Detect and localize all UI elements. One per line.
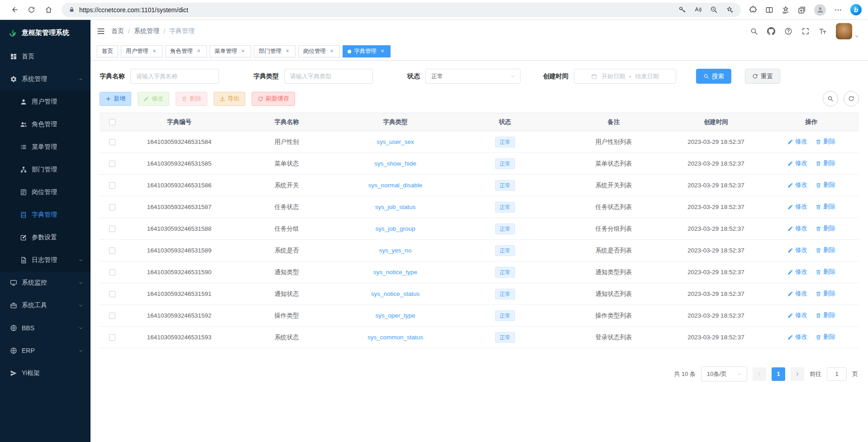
- tab-close-icon[interactable]: ×: [151, 48, 157, 55]
- view-tab[interactable]: 首页: [97, 45, 118, 57]
- sidebar-item[interactable]: 日志管理: [0, 249, 91, 271]
- tab-close-icon[interactable]: ×: [329, 48, 335, 55]
- row-delete-link[interactable]: 删除: [816, 268, 835, 276]
- row-edit-link[interactable]: 修改: [787, 311, 807, 319]
- start-date-placeholder[interactable]: 开始日期: [601, 72, 625, 81]
- search-button[interactable]: 搜索: [696, 69, 731, 84]
- delete-button[interactable]: 删除: [176, 92, 207, 106]
- more-icon[interactable]: [834, 6, 842, 14]
- user-menu[interactable]: [836, 23, 859, 39]
- sidebar-item[interactable]: 岗位管理: [0, 181, 91, 204]
- sidebar-toggle-icon[interactable]: [97, 27, 105, 35]
- refresh-cache-button[interactable]: 刷新缓存: [252, 92, 295, 106]
- fullscreen-icon[interactable]: [801, 27, 810, 35]
- row-checkbox[interactable]: [109, 204, 115, 210]
- font-size-icon[interactable]: [819, 27, 827, 35]
- browser-back-button[interactable]: [6, 2, 22, 18]
- sidebar-item[interactable]: 用户管理: [0, 90, 91, 113]
- row-checkbox[interactable]: [109, 313, 115, 319]
- next-page-button[interactable]: [791, 367, 804, 381]
- view-tab[interactable]: 字典管理×: [343, 45, 391, 57]
- breadcrumb-item[interactable]: 系统管理: [134, 27, 159, 35]
- row-edit-link[interactable]: 修改: [787, 159, 807, 167]
- dict-type-link[interactable]: sys_notice_type: [373, 269, 417, 276]
- row-delete-link[interactable]: 删除: [816, 138, 835, 146]
- zoom-out-icon[interactable]: [710, 6, 718, 14]
- dict-type-link[interactable]: sys_user_sex: [377, 138, 414, 145]
- view-tab[interactable]: 用户管理×: [121, 45, 162, 57]
- goto-page-input[interactable]: [827, 367, 847, 381]
- dict-type-link[interactable]: sys_common_status: [367, 334, 423, 341]
- row-edit-link[interactable]: 修改: [787, 203, 807, 211]
- row-delete-link[interactable]: 删除: [816, 203, 835, 211]
- prev-page-button[interactable]: [753, 367, 766, 381]
- sidebar-item[interactable]: ERP: [0, 339, 91, 362]
- view-tab[interactable]: 角色管理×: [165, 45, 207, 57]
- row-delete-link[interactable]: 删除: [816, 224, 835, 233]
- dict-type-link[interactable]: sys_job_status: [375, 204, 415, 210]
- tab-close-icon[interactable]: ×: [284, 48, 291, 55]
- date-range-picker[interactable]: 开始日期 - 结束日期: [574, 69, 676, 84]
- row-checkbox[interactable]: [109, 269, 115, 276]
- sidebar-item[interactable]: 部门管理: [0, 158, 91, 181]
- browser-address-bar[interactable]: https://ccnetcore.com:1101/system/dict: [62, 3, 741, 17]
- read-aloud-icon[interactable]: [694, 6, 702, 14]
- split-screen-icon[interactable]: [765, 6, 773, 14]
- row-delete-link[interactable]: 删除: [816, 333, 835, 341]
- url-text[interactable]: https://ccnetcore.com:1101/system/dict: [79, 6, 674, 14]
- status-select[interactable]: 正常: [425, 69, 520, 84]
- view-tab[interactable]: 岗位管理×: [298, 45, 340, 57]
- dict-name-input[interactable]: [130, 69, 219, 84]
- sidebar-item[interactable]: 参数设置: [0, 226, 91, 249]
- add-favorite-icon[interactable]: [726, 6, 734, 14]
- row-checkbox[interactable]: [109, 247, 115, 254]
- browser-refresh-button[interactable]: [24, 2, 39, 18]
- sidebar-item[interactable]: Yi框架: [0, 362, 91, 385]
- extensions-icon[interactable]: [749, 6, 757, 14]
- tab-close-icon[interactable]: ×: [240, 48, 246, 55]
- sidebar-item[interactable]: 字典管理: [0, 204, 91, 226]
- browser-home-button[interactable]: [41, 2, 56, 18]
- add-button[interactable]: 新增: [100, 92, 131, 106]
- sidebar-item[interactable]: 系统工具: [0, 294, 91, 317]
- sidebar-item[interactable]: 首页: [0, 45, 91, 68]
- row-delete-link[interactable]: 删除: [816, 159, 835, 167]
- sidebar-item[interactable]: 系统监控: [0, 271, 91, 294]
- dict-type-input[interactable]: [284, 69, 373, 84]
- sidebar-item[interactable]: 系统管理: [0, 68, 91, 90]
- collections-icon[interactable]: [798, 6, 806, 14]
- refresh-table-button[interactable]: [844, 91, 859, 106]
- row-delete-link[interactable]: 删除: [816, 290, 835, 298]
- sidebar-item[interactable]: BBS: [0, 317, 91, 339]
- row-edit-link[interactable]: 修改: [787, 246, 807, 254]
- dict-type-link[interactable]: sys_job_group: [376, 225, 415, 232]
- row-checkbox[interactable]: [109, 226, 115, 232]
- page-size-select[interactable]: 10条/页: [701, 366, 747, 381]
- end-date-placeholder[interactable]: 结束日期: [635, 72, 659, 81]
- row-delete-link[interactable]: 删除: [816, 246, 835, 254]
- sidebar-item[interactable]: 菜单管理: [0, 136, 91, 158]
- reset-button[interactable]: 重置: [745, 69, 780, 84]
- view-tab[interactable]: 部门管理×: [254, 45, 296, 57]
- profile-icon[interactable]: [814, 4, 826, 16]
- dict-type-link[interactable]: sys_yes_no: [379, 247, 411, 254]
- current-page-button[interactable]: 1: [772, 367, 785, 381]
- export-button[interactable]: 导出: [214, 92, 245, 106]
- row-checkbox[interactable]: [109, 334, 115, 341]
- tab-close-icon[interactable]: ×: [379, 48, 386, 55]
- row-edit-link[interactable]: 修改: [787, 268, 807, 276]
- select-all-checkbox[interactable]: [109, 119, 115, 125]
- dict-type-link[interactable]: sys_show_hide: [374, 160, 416, 167]
- edit-button[interactable]: 修改: [138, 92, 169, 106]
- bing-icon[interactable]: b: [850, 4, 862, 15]
- help-icon[interactable]: [784, 27, 792, 35]
- row-delete-link[interactable]: 删除: [816, 311, 835, 319]
- row-checkbox[interactable]: [109, 182, 115, 189]
- row-edit-link[interactable]: 修改: [787, 290, 807, 298]
- dict-type-link[interactable]: sys_normal_disable: [368, 182, 422, 189]
- toggle-search-button[interactable]: [823, 91, 838, 106]
- row-checkbox[interactable]: [109, 291, 115, 297]
- row-edit-link[interactable]: 修改: [787, 224, 807, 233]
- tab-close-icon[interactable]: ×: [196, 48, 202, 55]
- breadcrumb-item[interactable]: 首页: [111, 27, 124, 35]
